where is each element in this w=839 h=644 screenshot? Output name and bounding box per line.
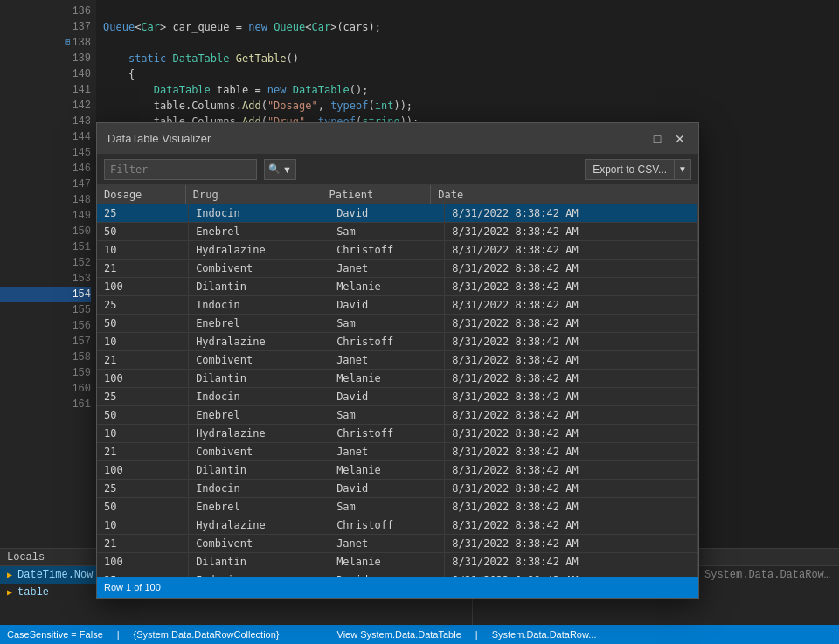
dialog-statusbar: Row 1 of 100: [97, 577, 698, 598]
cell-date: 8/31/2022 8:38:42 AM: [445, 406, 698, 425]
table-row[interactable]: 10HydralazineChristoff8/31/2022 8:38:42 …: [97, 516, 698, 535]
status-separator-1: |: [117, 629, 120, 640]
row-status: Row 1 of 100: [104, 582, 161, 592]
table-row[interactable]: 100DilantinMelanie8/31/2022 8:38:42 AM: [97, 370, 698, 388]
search-button[interactable]: 🔍 ▼: [264, 159, 296, 180]
table-row[interactable]: 25IndocinDavid8/31/2022 8:38:42 AM: [97, 571, 698, 578]
expand-icon-table: ▶: [7, 587, 12, 598]
table-row[interactable]: 21CombiventJanet8/31/2022 8:38:42 AM: [97, 443, 698, 461]
cell-drug: Dilantin: [189, 370, 329, 388]
table-row[interactable]: 21CombiventJanet8/31/2022 8:38:42 AM: [97, 535, 698, 553]
cell-date: 8/31/2022 8:38:42 AM: [445, 443, 698, 461]
cell-date: 8/31/2022 8:38:42 AM: [445, 204, 698, 223]
cell-date: 8/31/2022 8:38:42 AM: [445, 296, 698, 315]
cell-drug: Indocin: [189, 296, 329, 315]
table-row[interactable]: 25IndocinDavid8/31/2022 8:38:42 AM: [97, 480, 698, 498]
cell-patient: David: [329, 388, 445, 406]
cell-drug: Enebrel: [189, 223, 329, 241]
cell-patient: David: [329, 296, 445, 315]
cell-patient: Janet: [329, 351, 445, 370]
data-table-header: Dosage Drug Patient Date: [97, 185, 698, 204]
cell-date: 8/31/2022 8:38:42 AM: [445, 461, 698, 480]
export-csv-button[interactable]: Export to CSV...: [585, 159, 675, 180]
table-scroll-area[interactable]: 25IndocinDavid8/31/2022 8:38:42 AM50Eneb…: [97, 204, 698, 577]
table-row[interactable]: 25IndocinDavid8/31/2022 8:38:42 AM: [97, 388, 698, 406]
cell-drug: Indocin: [189, 480, 329, 498]
cell-patient: David: [329, 204, 445, 223]
cell-patient: Christoff: [329, 516, 445, 535]
cell-date: 8/31/2022 8:38:42 AM: [445, 425, 698, 443]
table-row[interactable]: 25IndocinDavid8/31/2022 8:38:42 AM: [97, 204, 698, 223]
table-row[interactable]: 25IndocinDavid8/31/2022 8:38:42 AM: [97, 296, 698, 315]
cell-date: 8/31/2022 8:38:42 AM: [445, 278, 698, 296]
column-header-dosage: Dosage: [97, 185, 185, 204]
cell-drug: Combivent: [189, 351, 329, 370]
cell-patient: David: [329, 480, 445, 498]
cell-patient: Melanie: [329, 278, 445, 296]
cell-dosage: 25: [97, 204, 189, 223]
cell-dosage: 21: [97, 260, 189, 278]
watch-type: System.Data.DataRow...: [704, 569, 836, 581]
cell-patient: Janet: [329, 443, 445, 461]
cell-dosage: 21: [97, 351, 189, 370]
cell-patient: Christoff: [329, 333, 445, 351]
cell-date: 8/31/2022 8:38:42 AM: [445, 223, 698, 241]
table-row[interactable]: 50EnebrelSam8/31/2022 8:38:42 AM: [97, 223, 698, 241]
cell-date: 8/31/2022 8:38:42 AM: [445, 571, 698, 578]
cell-date: 8/31/2022 8:38:42 AM: [445, 351, 698, 370]
cell-drug: Enebrel: [189, 315, 329, 333]
cell-dosage: 50: [97, 406, 189, 425]
cell-dosage: 25: [97, 388, 189, 406]
cell-dosage: 50: [97, 498, 189, 516]
status-separator-3: |: [475, 629, 478, 640]
cell-drug: Indocin: [189, 204, 329, 223]
minimize-button[interactable]: □: [649, 131, 665, 147]
cell-dosage: 100: [97, 370, 189, 388]
cell-date: 8/31/2022 8:38:42 AM: [445, 315, 698, 333]
cell-patient: Sam: [329, 223, 445, 241]
cell-dosage: 50: [97, 315, 189, 333]
filter-input[interactable]: [104, 159, 257, 180]
cell-drug: Hydralazine: [189, 333, 329, 351]
status-item-2: {System.Data.DataRowCollection}: [134, 629, 280, 640]
table-row[interactable]: 50EnebrelSam8/31/2022 8:38:42 AM: [97, 498, 698, 516]
cell-patient: Sam: [329, 498, 445, 516]
cell-dosage: 25: [97, 571, 189, 578]
cell-dosage: 50: [97, 223, 189, 241]
table-row[interactable]: 21CombiventJanet8/31/2022 8:38:42 AM: [97, 351, 698, 370]
cell-drug: Indocin: [189, 388, 329, 406]
cell-patient: Christoff: [329, 425, 445, 443]
dialog-controls: □ ✕: [649, 131, 688, 147]
cell-patient: Melanie: [329, 461, 445, 480]
table-row[interactable]: 10HydralazineChristoff8/31/2022 8:38:42 …: [97, 333, 698, 351]
cell-drug: Indocin: [189, 571, 329, 578]
dialog-titlebar: DataTable Visualizer □ ✕: [97, 123, 698, 154]
cell-patient: Melanie: [329, 553, 445, 571]
cell-dosage: 10: [97, 425, 189, 443]
cell-patient: Janet: [329, 535, 445, 553]
table-header-row: Dosage Drug Patient Date: [97, 185, 698, 204]
table-row[interactable]: 10HydralazineChristoff8/31/2022 8:38:42 …: [97, 241, 698, 260]
table-row[interactable]: 100DilantinMelanie8/31/2022 8:38:42 AM: [97, 553, 698, 571]
cell-date: 8/31/2022 8:38:42 AM: [445, 370, 698, 388]
export-dropdown-button[interactable]: ▼: [675, 159, 691, 180]
table-row[interactable]: 21CombiventJanet8/31/2022 8:38:42 AM: [97, 260, 698, 278]
export-controls: Export to CSV... ▼: [585, 159, 691, 180]
search-dropdown-arrow: ▼: [282, 164, 292, 175]
cell-date: 8/31/2022 8:38:42 AM: [445, 535, 698, 553]
cell-drug: Hydralazine: [189, 516, 329, 535]
close-button[interactable]: ✕: [672, 131, 688, 147]
cell-patient: Christoff: [329, 241, 445, 260]
data-table-body: 25IndocinDavid8/31/2022 8:38:42 AM50Eneb…: [97, 204, 698, 577]
table-row[interactable]: 100DilantinMelanie8/31/2022 8:38:42 AM: [97, 278, 698, 296]
table-row[interactable]: 10HydralazineChristoff8/31/2022 8:38:42 …: [97, 425, 698, 443]
cell-dosage: 21: [97, 535, 189, 553]
cell-drug: Dilantin: [189, 553, 329, 571]
table-row[interactable]: 50EnebrelSam8/31/2022 8:38:42 AM: [97, 315, 698, 333]
table-header-wrapper: Dosage Drug Patient Date: [97, 185, 698, 204]
cell-dosage: 100: [97, 278, 189, 296]
table-row[interactable]: 100DilantinMelanie8/31/2022 8:38:42 AM: [97, 461, 698, 480]
column-header-drug: Drug: [185, 185, 322, 204]
table-row[interactable]: 50EnebrelSam8/31/2022 8:38:42 AM: [97, 406, 698, 425]
cell-drug: Enebrel: [189, 406, 329, 425]
